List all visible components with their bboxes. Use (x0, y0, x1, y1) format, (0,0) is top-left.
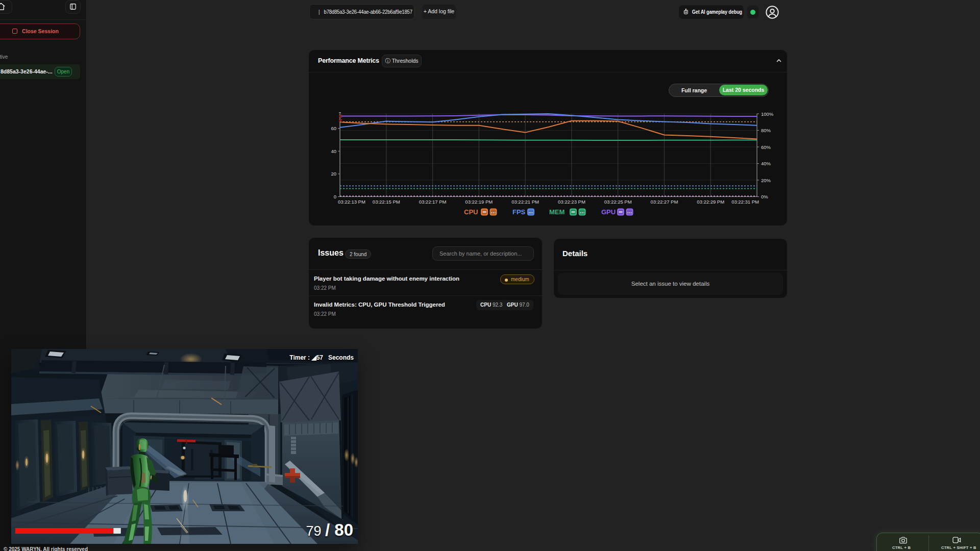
svg-text:03:22:19 PM: 03:22:19 PM (465, 199, 493, 205)
svg-text:03:22:31 PM: 03:22:31 PM (731, 199, 759, 205)
svg-text:FPS: FPS (512, 208, 526, 216)
svg-text:20%: 20% (761, 178, 771, 183)
svg-text:03:22:23 PM: 03:22:23 PM (558, 199, 585, 205)
svg-text:60%: 60% (761, 144, 771, 150)
svg-text:03:22:25 PM: 03:22:25 PM (604, 199, 632, 205)
svg-text:03:22:17 PM: 03:22:17 PM (419, 199, 447, 205)
svg-text:MEM: MEM (549, 208, 565, 216)
svg-text:03:22:29 PM: 03:22:29 PM (697, 199, 724, 205)
svg-text:03:22:13 PM: 03:22:13 PM (338, 199, 365, 205)
svg-text:03:22:15 PM: 03:22:15 PM (373, 199, 400, 205)
svg-text:GPU: GPU (601, 208, 616, 216)
svg-text:40: 40 (331, 148, 336, 154)
svg-text:20: 20 (331, 171, 336, 177)
svg-text:03:22:27 PM: 03:22:27 PM (650, 199, 678, 205)
svg-text:80%: 80% (761, 128, 771, 133)
svg-text:60: 60 (331, 126, 336, 131)
svg-text:0%: 0% (761, 194, 768, 199)
svg-text:CPU: CPU (464, 208, 478, 216)
svg-text:40%: 40% (761, 161, 771, 166)
svg-text:0: 0 (334, 194, 336, 199)
svg-text:03:22:21 PM: 03:22:21 PM (511, 199, 539, 205)
svg-text:100%: 100% (761, 111, 774, 117)
